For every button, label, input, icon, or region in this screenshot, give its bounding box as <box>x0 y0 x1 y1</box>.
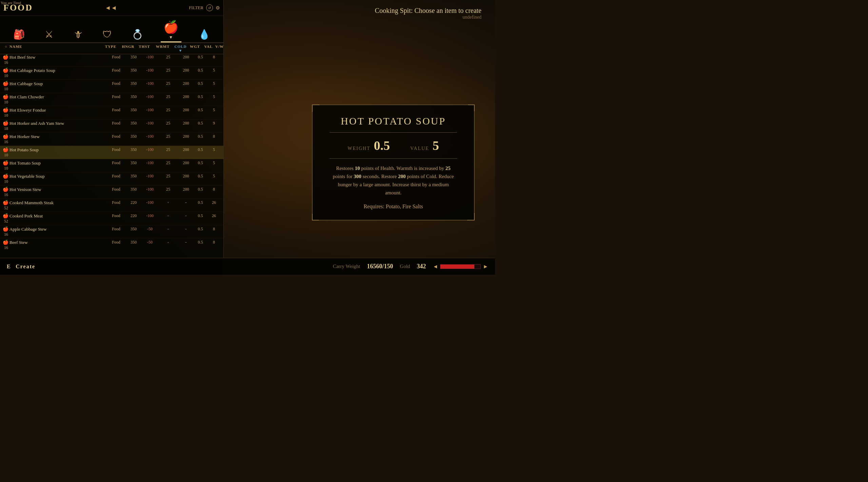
row-thst: -100 <box>142 134 158 139</box>
tab-food[interactable]: 🍎 ▼ <box>161 19 181 42</box>
table-row[interactable]: 🍎 Hot Clam Chowder Food 350 -100 25 200 … <box>0 93 223 106</box>
row-wgt: 0.5 <box>194 55 207 60</box>
row-food-icon: 🍎 <box>3 120 9 126</box>
table-row[interactable]: 🍎 Hot Elsweyr Fondue Food 350 -100 25 20… <box>0 106 223 119</box>
create-label: Create <box>16 264 35 269</box>
row-food-icon: 🍎 <box>3 81 9 86</box>
table-row[interactable]: 🍎 Hot Beef Stew Food 350 -100 25 200 0.5… <box>0 54 223 66</box>
row-name: Hot Venison Stew <box>9 187 107 192</box>
row-wrmt: - <box>158 200 178 205</box>
table-row[interactable]: 🍎 Cooked Mammoth Steak Food 220 -100 - -… <box>0 199 223 212</box>
row-hngr: 350 <box>125 227 142 232</box>
row-wgt: 0.5 <box>194 94 207 99</box>
tab-weapons[interactable]: ⚔ <box>42 27 56 42</box>
row-vw: 10 <box>3 166 9 171</box>
row-thst: -100 <box>142 200 158 205</box>
row-food-icon: 🍎 <box>3 94 9 100</box>
weapons-icon: ⚔ <box>45 29 53 40</box>
row-val: 8 <box>207 55 221 60</box>
row-wgt: 0.5 <box>194 174 207 179</box>
row-name: Hot Potato Soup <box>9 147 107 153</box>
bag-icon: 🎒 <box>13 29 25 40</box>
table-row[interactable]: 🍎 Hot Venison Stew Food 350 -100 25 200 … <box>0 186 223 199</box>
tab-armor[interactable]: 🛡 <box>100 27 115 42</box>
carry-weight-value: 16560/150 <box>367 263 393 270</box>
health-bar-fill <box>440 265 474 269</box>
row-wgt: 0.5 <box>194 81 207 86</box>
th-wgt: WGT <box>188 44 202 53</box>
table-row[interactable]: 🍎 Hot Vegetable Soup Food 350 -100 25 20… <box>0 172 223 186</box>
corner-decoration-bl <box>312 214 319 220</box>
row-name: Beef Stew <box>9 240 107 245</box>
row-type: Food <box>107 187 125 192</box>
row-val: 26 <box>207 200 221 205</box>
tools-icon: 🗡 <box>73 29 83 40</box>
item-name: HOT POTATO SOUP <box>330 115 457 127</box>
th-wrmt: WRMT <box>153 44 173 53</box>
table-body[interactable]: 🍎 Hot Apple Cabbage Stew Food 350 -100 2… <box>0 54 223 251</box>
nav-arrows: ◄◄ <box>105 4 117 12</box>
table-row[interactable]: 🍎 Hot Cabbage Soup Food 350 -100 25 200 … <box>0 80 223 93</box>
tab-tools[interactable]: 🗡 <box>71 27 85 42</box>
row-hngr: 350 <box>125 121 142 126</box>
filter-refresh-button[interactable]: ↺ <box>206 4 213 11</box>
row-name: Hot Beef Stew <box>9 55 107 60</box>
weight-label: WEIGHT <box>348 146 370 151</box>
row-name: Hot Tomato Soup <box>9 160 107 166</box>
row-type: Food <box>107 227 125 232</box>
item-divider-top <box>330 132 457 133</box>
health-bar-left-arrow[interactable]: ◄ <box>433 264 438 270</box>
row-wrmt: 25 <box>158 108 178 113</box>
detail-panel: Cooking Spit: Choose an item to create u… <box>224 0 495 275</box>
row-thst: -100 <box>142 147 158 152</box>
row-name: Hot Cabbage Soup <box>9 81 107 86</box>
gear-icon[interactable]: ⚙ <box>216 5 220 11</box>
row-val: 5 <box>207 147 221 152</box>
row-cold: 200 <box>178 174 194 179</box>
table-row[interactable]: 🍎 Hot Potato Soup Food 350 -100 25 200 0… <box>0 146 223 159</box>
table-row[interactable]: 🍎 Hot Horker and Ash Yam Stew Food 350 -… <box>0 119 223 133</box>
row-vw: 10 <box>3 113 9 118</box>
tab-bag[interactable]: 🎒 <box>11 27 28 42</box>
row-val: 8 <box>207 240 221 245</box>
table-row[interactable]: 🍎 Hot Horker Stew Food 350 -100 25 200 0… <box>0 133 223 146</box>
row-wrmt: - <box>158 213 178 218</box>
tab-ring[interactable]: 💍 <box>129 27 146 42</box>
cooking-spit-subtitle: undefined <box>375 15 481 20</box>
health-bar-right-arrow[interactable]: ► <box>483 264 488 270</box>
row-vw: 52 <box>3 219 9 224</box>
table-row[interactable]: 🍎 Hot Cabbage Potato Soup Food 350 -100 … <box>0 66 223 80</box>
table-row[interactable]: 🍎 Cooked Pork Meat Food 220 -100 - - 0.5… <box>0 212 223 225</box>
table-row[interactable]: 🍎 Apple Cabbage Stew Food 350 -50 - - 0.… <box>0 225 223 238</box>
th-thst: THST <box>136 44 153 53</box>
row-wgt: 0.5 <box>194 213 207 218</box>
health-bar-container: ◄ ► <box>433 264 488 270</box>
row-type: Food <box>107 174 125 179</box>
item-stats: WEIGHT 0.5 VALUE 5 <box>330 138 457 153</box>
row-type: Food <box>107 55 125 60</box>
row-thst: -100 <box>142 187 158 192</box>
row-wgt: 0.5 <box>194 108 207 113</box>
health-bar <box>440 264 481 269</box>
row-food-icon: 🍎 <box>3 147 9 153</box>
value-label: VALUE <box>410 146 429 151</box>
create-button[interactable]: E Create <box>7 263 35 270</box>
row-hngr: 350 <box>125 160 142 166</box>
item-description: Restores 10 points of Health. Warmth is … <box>330 164 457 197</box>
row-thst: -50 <box>142 227 158 232</box>
table-row[interactable]: 🍎 Beef Stew Food 350 -50 - - 0.5 8 16 <box>0 238 223 251</box>
filter-label: FILTER <box>189 5 203 11</box>
nav-back-arrow[interactable]: ◄◄ <box>105 4 117 12</box>
food-icon: 🍎 <box>163 20 179 34</box>
row-wrmt: 25 <box>158 68 178 73</box>
th-circle: ○ <box>3 44 9 53</box>
tab-misc[interactable]: 💧 <box>196 27 213 42</box>
table-row[interactable]: 🍎 Hot Tomato Soup Food 350 -100 25 200 0… <box>0 159 223 172</box>
table-header: ○ NAME TYPE HNGR THST WRMT COLD ▼ WGT VA… <box>0 43 223 54</box>
th-name[interactable]: NAME <box>9 44 101 53</box>
row-thst: -100 <box>142 174 158 179</box>
row-hngr: 220 <box>125 200 142 205</box>
row-type: Food <box>107 213 125 218</box>
row-hngr: 350 <box>125 81 142 86</box>
row-vw: 16 <box>3 139 9 144</box>
